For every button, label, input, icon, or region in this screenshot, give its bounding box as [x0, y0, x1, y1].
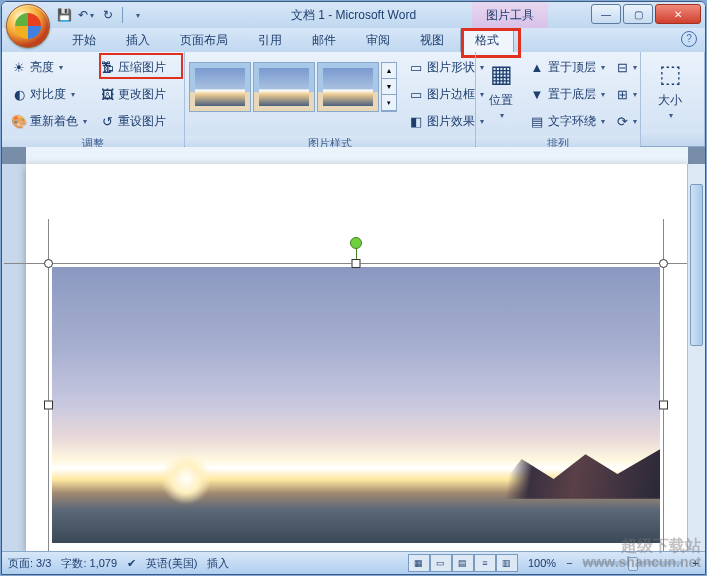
guide-right [663, 219, 664, 551]
view-web[interactable]: ▤ [452, 554, 474, 572]
quick-access-toolbar: 💾 ↶▾ ↻ ▾ [54, 5, 147, 25]
status-spellcheck-icon[interactable]: ✔ [127, 557, 136, 570]
view-full-screen[interactable]: ▭ [430, 554, 452, 572]
view-buttons: ▦ ▭ ▤ ≡ ▥ [408, 554, 518, 572]
back-label: 置于底层 [548, 86, 596, 103]
save-icon[interactable]: 💾 [54, 5, 74, 25]
styles-gallery: ▲▼▾ [189, 54, 397, 120]
tab-view[interactable]: 视图 [406, 29, 458, 52]
image-sun [161, 454, 211, 504]
rotation-handle[interactable] [350, 237, 362, 249]
group-size: ⬚大小▾ [641, 52, 705, 146]
position-icon: ▦ [485, 58, 517, 90]
position-label: 位置 [489, 92, 513, 109]
shape-icon: ▭ [408, 59, 424, 75]
zoom-in-button[interactable]: + [693, 557, 699, 569]
sun-icon: ☀ [11, 59, 27, 75]
group-button[interactable]: ⊞▾ [612, 81, 642, 107]
bring-front-button[interactable]: ▲置于顶层▾ [524, 54, 610, 80]
zoom-out-button[interactable]: − [566, 557, 572, 569]
change-label: 更改图片 [118, 86, 166, 103]
brightness-button[interactable]: ☀亮度▾ [6, 54, 92, 80]
send-back-button[interactable]: ▼置于底层▾ [524, 81, 610, 107]
style-thumb-2[interactable] [253, 62, 315, 112]
border-label: 图片边框 [427, 86, 475, 103]
minimize-button[interactable]: — [591, 4, 621, 24]
align-button[interactable]: ⊟▾ [612, 54, 642, 80]
status-words[interactable]: 字数: 1,079 [61, 556, 117, 571]
statusbar: 页面: 3/3 字数: 1,079 ✔ 英语(美国) 插入 ▦ ▭ ▤ ≡ ▥ … [2, 551, 705, 574]
text-wrap-button[interactable]: ▤文字环绕▾ [524, 108, 610, 134]
page[interactable] [26, 164, 688, 551]
tab-layout[interactable]: 页面布局 [166, 29, 242, 52]
size-label: 大小 [658, 92, 682, 109]
zoom-level[interactable]: 100% [528, 557, 556, 569]
contrast-button[interactable]: ◐对比度▾ [6, 81, 92, 107]
image-content [52, 267, 660, 543]
qat-customize-icon[interactable]: ▾ [127, 5, 147, 25]
office-button[interactable] [6, 4, 50, 48]
app-window: 💾 ↶▾ ↻ ▾ 文档 1 - Microsoft Word 图片工具 — ▢ … [1, 1, 706, 575]
style-thumb-3[interactable] [317, 62, 379, 112]
undo-icon[interactable]: ↶▾ [76, 5, 96, 25]
horizontal-ruler[interactable] [26, 147, 688, 165]
wrap-icon: ▤ [529, 113, 545, 129]
ribbon: ☀亮度▾ ◐对比度▾ 🎨重新着色▾ 🗜压缩图片 🖼更改图片 ↺重设图片 调整 [2, 52, 705, 147]
effects-icon: ◧ [408, 113, 424, 129]
handle-r[interactable] [659, 401, 668, 410]
ribbon-tabs: 开始 插入 页面布局 引用 邮件 审阅 视图 格式 ? [2, 28, 705, 52]
recolor-icon: 🎨 [11, 113, 27, 129]
recolor-button[interactable]: 🎨重新着色▾ [6, 108, 92, 134]
tab-review[interactable]: 审阅 [352, 29, 404, 52]
redo-icon[interactable]: ↻ [98, 5, 118, 25]
handle-tl[interactable] [44, 259, 53, 268]
tab-insert[interactable]: 插入 [112, 29, 164, 52]
contrast-icon: ◐ [11, 86, 27, 102]
window-controls: — ▢ ✕ [591, 4, 701, 24]
crop-icon: ⬚ [654, 58, 686, 90]
vertical-ruler[interactable] [2, 164, 27, 551]
scroll-thumb[interactable] [690, 184, 703, 346]
size-button[interactable]: ⬚大小▾ [645, 54, 695, 124]
contrast-label: 对比度 [30, 86, 66, 103]
change-icon: 🖼 [99, 86, 115, 102]
view-draft[interactable]: ▥ [496, 554, 518, 572]
handle-l[interactable] [44, 401, 53, 410]
group-picture-styles: ▲▼▾ ▭图片形状▾ ▭图片边框▾ ◧图片效果▾ 图片样式 [185, 52, 476, 146]
rotate-button[interactable]: ⟳▾ [612, 108, 642, 134]
view-outline[interactable]: ≡ [474, 554, 496, 572]
zoom-slider[interactable] [583, 561, 683, 565]
back-icon: ▼ [529, 86, 545, 102]
shape-label: 图片形状 [427, 59, 475, 76]
reset-picture-button[interactable]: ↺重设图片 [94, 108, 171, 134]
reset-label: 重设图片 [118, 113, 166, 130]
image-mountain [447, 449, 660, 499]
rotate-icon: ⟳ [617, 113, 628, 129]
status-language[interactable]: 英语(美国) [146, 556, 197, 571]
close-button[interactable]: ✕ [655, 4, 701, 24]
reset-icon: ↺ [99, 113, 115, 129]
maximize-button[interactable]: ▢ [623, 4, 653, 24]
handle-t[interactable] [352, 259, 361, 268]
position-button[interactable]: ▦位置▾ [480, 54, 522, 124]
brightness-label: 亮度 [30, 59, 54, 76]
gallery-scroll[interactable]: ▲▼▾ [381, 62, 397, 112]
vertical-scrollbar[interactable] [687, 164, 705, 551]
group-adjust: ☀亮度▾ ◐对比度▾ 🎨重新着色▾ 🗜压缩图片 🖼更改图片 ↺重设图片 调整 [2, 52, 185, 146]
status-page[interactable]: 页面: 3/3 [8, 556, 51, 571]
style-thumb-1[interactable] [189, 62, 251, 112]
tab-mailings[interactable]: 邮件 [298, 29, 350, 52]
tab-references[interactable]: 引用 [244, 29, 296, 52]
view-print-layout[interactable]: ▦ [408, 554, 430, 572]
titlebar: 💾 ↶▾ ↻ ▾ 文档 1 - Microsoft Word 图片工具 — ▢ … [2, 2, 705, 28]
group-size-label [641, 130, 704, 146]
handle-tr[interactable] [659, 259, 668, 268]
help-icon[interactable]: ? [681, 31, 697, 47]
tab-home[interactable]: 开始 [58, 29, 110, 52]
align-icon: ⊟ [617, 59, 628, 75]
status-mode[interactable]: 插入 [207, 556, 229, 571]
change-picture-button[interactable]: 🖼更改图片 [94, 81, 171, 107]
front-label: 置于顶层 [548, 59, 596, 76]
group-icon: ⊞ [617, 86, 628, 102]
selected-image[interactable] [44, 259, 668, 551]
